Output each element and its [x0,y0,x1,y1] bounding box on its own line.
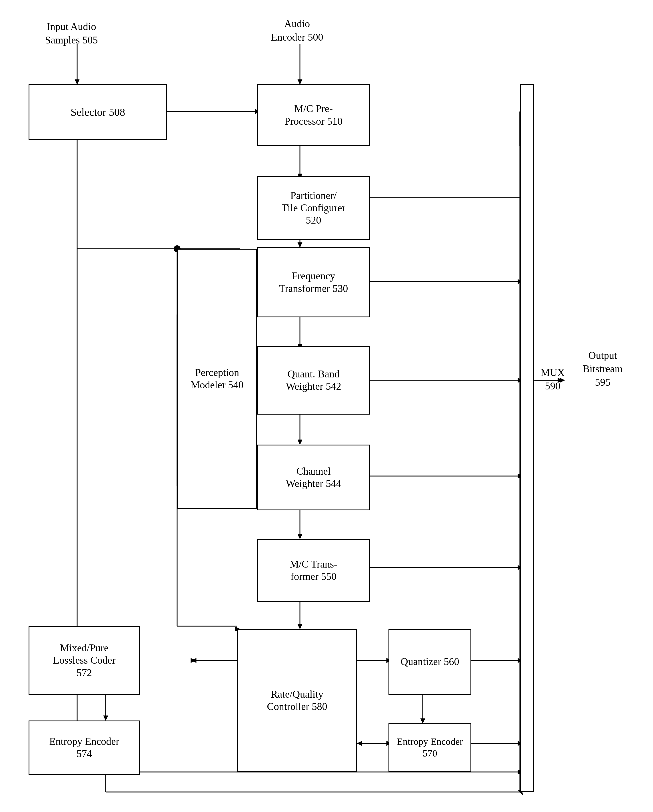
svg-marker-71 [560,378,565,383]
